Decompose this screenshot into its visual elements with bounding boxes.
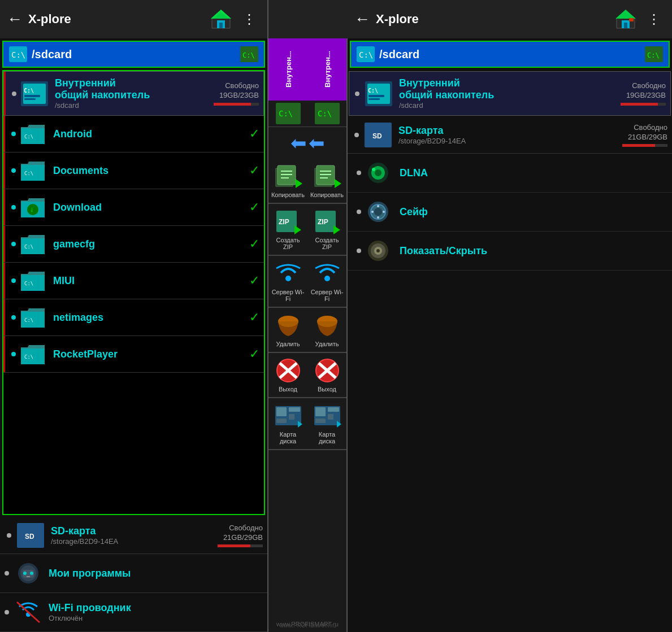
left-path-terminal-icon: C:\: [9, 46, 27, 62]
svg-point-33: [30, 572, 33, 575]
folder-documents[interactable]: C:\ Documents ✓: [3, 152, 264, 189]
svg-rect-92: [368, 98, 380, 100]
middle-delete-left[interactable]: Удалить: [268, 308, 307, 352]
right-sdcard-name: SD-карта: [398, 125, 618, 137]
folder-netimages-check: ✓: [249, 310, 259, 325]
svg-text:↓: ↓: [30, 206, 33, 213]
folder-android-name: Android: [53, 128, 245, 140]
middle-header-right[interactable]: Внутрен...: [308, 38, 347, 101]
right-sdcard-item[interactable]: SD SD-карта /storage/B2D9-14EA Свободно2…: [348, 117, 672, 154]
svg-marker-55: [294, 225, 301, 234]
svg-rect-76: [276, 419, 287, 423]
left-app-title: X-plore: [28, 12, 209, 27]
svg-text:ZIP: ZIP: [279, 218, 289, 226]
folder-miui-icon: C:\: [19, 268, 46, 293]
left-home-button[interactable]: [209, 7, 233, 32]
svg-text:C:\: C:\: [368, 88, 378, 94]
right-sdcard-icon: SD: [365, 123, 392, 147]
left-top-bar: ← X-plore ⋮: [0, 0, 268, 38]
folder-gamecfg[interactable]: C:\ gamecfg ✓: [3, 226, 264, 263]
folder-download-name: Download: [53, 202, 245, 213]
middle-copy-left[interactable]: Копировать: [268, 159, 307, 203]
middle-wifi-right[interactable]: Сервер Wi-Fi: [307, 256, 346, 307]
middle-header-left[interactable]: Внутрен...: [268, 38, 308, 101]
internal-storage-name: Внутренний: [55, 77, 209, 89]
folder-rocketplayer-name: RocketPlayer: [53, 348, 245, 360]
right-internal-storage-item[interactable]: C:\ Внутренний общий накопитель /sdcard …: [349, 71, 671, 116]
left-myapps-item[interactable]: Мои программы: [0, 554, 267, 593]
svg-text:C:\: C:\: [24, 134, 33, 140]
dlna-svg: [366, 162, 391, 184]
internal-storage-icon-wrap: C:\: [20, 81, 49, 106]
svg-rect-79: [315, 407, 326, 416]
folder-rocketplayer-icon: C:\: [19, 342, 46, 367]
middle-copy-right[interactable]: Копировать: [307, 159, 346, 203]
diskmap-left-label: Карта диска: [271, 431, 305, 444]
internal-storage-bar-container: [214, 103, 259, 106]
toggle-svg: [366, 239, 391, 262]
middle-terminal-left[interactable]: C:\: [268, 101, 307, 127]
folder-gamecfg-name: gamecfg: [53, 238, 245, 250]
right-safe-item[interactable]: Сейф: [348, 193, 672, 232]
left-internal-storage-item[interactable]: C:\ Внутренний общий накопитель /sdcard …: [3, 71, 264, 116]
arrow-left-button[interactable]: ⬅: [291, 132, 306, 154]
terminal-left-icon: C:\: [276, 103, 301, 124]
folder-miui-name: MIUI: [53, 275, 245, 287]
right-path-terminal-icon: C:\: [357, 46, 375, 62]
left-more-button[interactable]: ⋮: [238, 9, 261, 29]
left-sdcard-name: SD-карта: [51, 525, 213, 537]
exit-left-icon: [274, 358, 302, 383]
wifi-left-icon: [274, 260, 302, 286]
arrow-right-button[interactable]: ⬅: [309, 132, 324, 154]
left-wifi-item[interactable]: Wi-Fi проводник Отключён: [0, 593, 267, 632]
middle-exit-left[interactable]: Выход: [268, 353, 307, 398]
middle-diskmap-right[interactable]: Карта диска: [307, 398, 346, 450]
right-back-button[interactable]: ←: [354, 10, 370, 28]
right-home-icon: [614, 8, 637, 30]
middle-diskmap-left[interactable]: Карта диска: [268, 398, 307, 450]
left-back-button[interactable]: ←: [7, 10, 23, 28]
svg-point-102: [377, 205, 379, 207]
svg-text:C:\: C:\: [242, 51, 255, 59]
left-sdcard-info: SD-карта /storage/B2D9-14EA: [51, 525, 213, 546]
folder-netimages-icon: C:\: [19, 305, 46, 330]
folder-rocketplayer[interactable]: C:\ RocketPlayer ✓: [3, 336, 264, 373]
middle-wifi-left[interactable]: Сервер Wi-Fi: [268, 256, 307, 307]
right-path-header[interactable]: C:\ /sdcard C:\: [350, 41, 670, 68]
folder-miui-check: ✓: [249, 273, 259, 288]
right-sdcard-path: /storage/B2D9-14EA: [398, 137, 618, 145]
middle-panel: Внутрен... Внутрен... C:\ C:\: [268, 38, 348, 632]
left-path-icon: C:\: [240, 46, 258, 62]
middle-terminal-right[interactable]: C:\: [307, 101, 346, 127]
middle-exit-right[interactable]: Выход: [307, 353, 346, 398]
right-home-button[interactable]: [613, 7, 638, 32]
left-path-header[interactable]: C:\ /sdcard C:\: [2, 41, 265, 68]
middle-delete-right[interactable]: Удалить: [307, 308, 346, 352]
svg-marker-6: [615, 10, 636, 19]
folder-download[interactable]: ↓ Download ✓: [3, 189, 264, 226]
svg-text:C:\: C:\: [24, 244, 33, 250]
folder-gamecfg-icon: C:\: [19, 232, 46, 256]
folder-miui[interactable]: C:\ MIUI ✓: [3, 263, 264, 299]
right-safe-icon: [366, 201, 391, 223]
right-dlna-item[interactable]: DLNA: [348, 154, 672, 193]
right-internal-name2: общий накопитель: [399, 89, 616, 101]
right-file-list: C:\ Внутренний общий накопитель /sdcard …: [348, 70, 672, 632]
middle-zip-right[interactable]: ZIP Создать ZIP: [307, 204, 346, 255]
right-toggle-item[interactable]: Показать/Скрыть: [348, 232, 672, 271]
left-sdcard-item[interactable]: SD SD-карта /storage/B2D9-14EA Свободно2…: [0, 517, 267, 554]
copy-left-icon: [274, 163, 302, 189]
folder-android[interactable]: C:\ Android ✓: [3, 116, 264, 152]
top-bars: ← X-plore ⋮ ← X-plore: [0, 0, 672, 38]
main-area: C:\ /sdcard C:\ C:\: [0, 38, 672, 632]
zip-right-icon: ZIP: [313, 208, 341, 234]
folder-rocketplayer-check: ✓: [249, 347, 259, 361]
folder-download-check: ✓: [249, 200, 259, 215]
watermark-text: www.PROFISMART.ru: [280, 622, 336, 629]
folder-netimages[interactable]: C:\ netimages ✓: [3, 299, 264, 336]
right-sdcard-bar: [622, 144, 655, 147]
middle-zip-left[interactable]: ZIP Создать ZIP: [268, 204, 307, 255]
right-more-button[interactable]: ⋮: [643, 9, 665, 29]
left-myapps-icon: [15, 561, 42, 586]
svg-text:ZIP: ZIP: [318, 218, 328, 226]
